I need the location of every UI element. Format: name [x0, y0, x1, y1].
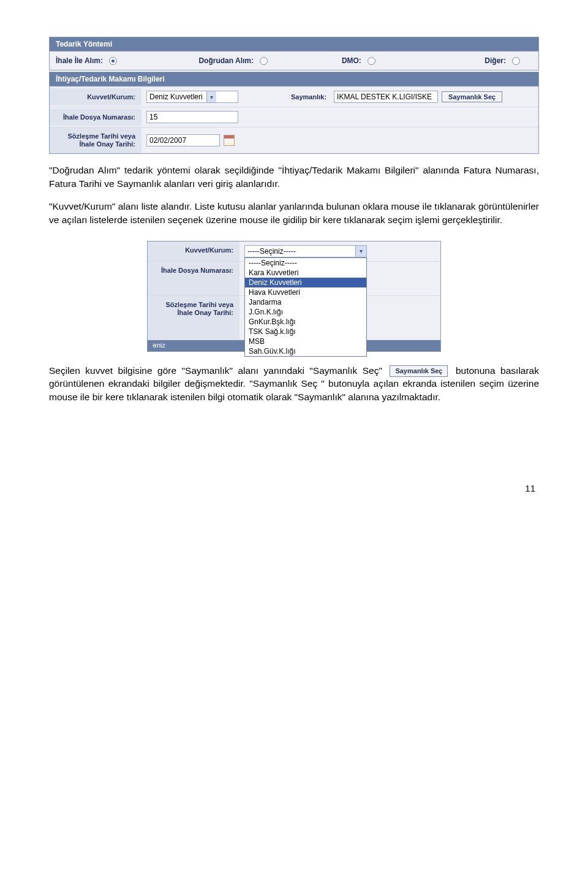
calendar-icon[interactable]	[224, 135, 235, 146]
radio-dogrudan[interactable]	[260, 57, 268, 65]
kuvvet-value: Deniz Kuvvetleri	[149, 93, 206, 101]
dropdown-option[interactable]: MSB	[245, 336, 366, 346]
dd-kuvvet-label: Kuvvet/Kurum:	[148, 241, 239, 261]
dosya-label: İhale Dosya Numarası:	[50, 108, 141, 126]
sayman-label: Saymanlık:	[291, 93, 326, 101]
dropdown-option[interactable]: TSK Sağ.k.lığı	[245, 327, 366, 336]
dropdown-option[interactable]: Kara Kuvvetleri	[245, 268, 366, 278]
radio-diger[interactable]	[512, 57, 520, 65]
dropdown-option[interactable]: -----Seçiniz-----	[245, 258, 366, 268]
radio-ihale[interactable]	[109, 57, 117, 65]
page-number: 11	[49, 483, 539, 493]
radio-label-ihale: İhale İle Alım:	[56, 56, 103, 65]
panel-title: Tedarik Yöntemi	[50, 37, 538, 51]
sayman-input[interactable]: IKMAL DESTEK K.LIGI/ISKE	[334, 91, 438, 103]
tarih-label: Sözleşme Tarihi veya İhale Onay Tarihi:	[50, 127, 141, 153]
radio-row: İhale İle Alım: Doğrudan Alım: DMO: Diğe…	[50, 51, 538, 70]
radio-label-dmo: DMO:	[342, 56, 361, 65]
para-3: Seçilen kuvvet bilgisine göre "Saymanlık…	[49, 364, 539, 403]
dd-dosya-label: İhale Dosya Numarası:	[148, 262, 239, 295]
chevron-down-icon: ▾	[355, 246, 366, 257]
tedarik-yontemi-panel: Tedarik Yöntemi İhale İle Alım: Doğrudan…	[49, 37, 539, 154]
dropdown-option[interactable]: Jandarma	[245, 297, 366, 307]
dropdown-option[interactable]: J.Gn.K.lığı	[245, 307, 366, 317]
kuvvet-label: Kuvvet/Kurum:	[50, 88, 141, 105]
radio-label-dogrudan: Doğrudan Alım:	[198, 56, 254, 65]
dropdown-option[interactable]: Sah.Güv.K.lığı	[245, 346, 366, 356]
para-3a: Seçilen kuvvet bilgisine göre "Saymanlık…	[49, 365, 382, 376]
para-1: "Doğrudan Alım" tedarik yöntemi olarak s…	[49, 164, 539, 190]
dosya-input[interactable]: 15	[146, 111, 238, 123]
inline-sayman-sec-button: Saymanlık Seç	[390, 365, 448, 377]
kuvvet-dropdown[interactable]: Deniz Kuvvetleri ▾	[146, 91, 238, 103]
tarih-input[interactable]: 02/02/2007	[146, 134, 220, 146]
dd-tarih-label: Sözleşme Tarihi veya İhale Onay Tarihi:	[148, 296, 239, 340]
dropdown-list[interactable]: -----Seçiniz-----Kara KuvvetleriDeniz Ku…	[244, 257, 367, 357]
chevron-down-icon: ▾	[206, 91, 216, 102]
radio-dmo[interactable]	[368, 57, 375, 65]
radio-label-diger: Diğer:	[484, 56, 506, 65]
dropdown-option[interactable]: Hava Kuvvetleri	[245, 287, 366, 297]
dropdown-option[interactable]: GnKur.Bşk.lığı	[245, 317, 366, 327]
para-2: "Kuvvet/Kurum" alanı liste alandır. List…	[49, 200, 539, 226]
panel2-title: İhtiyaç/Tedarik Makamı Bilgileri	[50, 72, 538, 86]
dropdown-screenshot: Kuvvet/Kurum: -----Seçiniz----- ▾ -----S…	[147, 241, 441, 352]
dd-kuvvet-dropdown[interactable]: -----Seçiniz----- ▾	[244, 245, 367, 257]
dropdown-option[interactable]: Deniz Kuvvetleri	[245, 278, 366, 287]
dd-kuvvet-selected: -----Seçiniz-----	[245, 247, 355, 256]
sayman-sec-button[interactable]: Saymanlık Seç	[442, 91, 502, 102]
